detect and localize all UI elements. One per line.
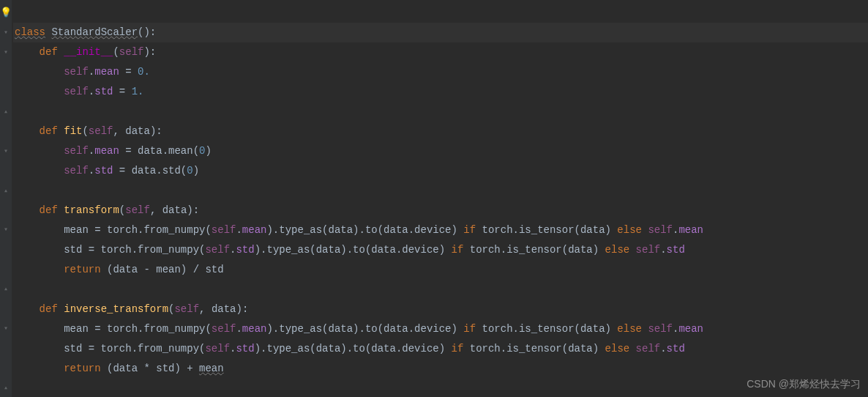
code-token: . (89, 145, 94, 157)
code-area[interactable]: class StandardScaler(): def __init__(sel… (12, 0, 868, 397)
code-line[interactable]: return (data * std) + mean (13, 359, 868, 379)
code-token: if (463, 224, 476, 236)
code-token (629, 244, 635, 256)
code-line[interactable]: def inverse_transform(self, data): (13, 300, 868, 319)
code-token: (data * std) + (101, 363, 199, 374)
code-line[interactable]: return (data - mean) / std (13, 260, 868, 280)
code-token: if (463, 323, 476, 335)
code-line[interactable]: class StandardScaler(): (13, 23, 868, 42)
fold-up-icon[interactable]: ▴ (1, 180, 11, 200)
code-token: inverse_transform (64, 303, 168, 315)
code-token: 0 (187, 165, 192, 177)
code-token: self (205, 343, 230, 355)
code-token: self (64, 66, 89, 78)
code-token: ).type_as(data).to(data.device) (255, 343, 452, 355)
code-token: self (648, 323, 673, 335)
code-token: mean (242, 323, 267, 335)
bulb-icon[interactable]: 💡 (1, 3, 11, 23)
code-token: . (89, 66, 94, 78)
code-token: ( (82, 125, 88, 137)
code-token: mean (678, 224, 703, 236)
code-token: . (660, 343, 666, 355)
gutter-blank (1, 259, 11, 279)
code-line[interactable]: def __init__(self): (13, 42, 868, 62)
code-token: return (64, 363, 100, 374)
code-token: self (64, 165, 89, 177)
code-line[interactable]: std = torch.from_numpy(self.std).type_as… (13, 339, 868, 359)
fold-up-icon[interactable]: ▴ (1, 102, 11, 122)
code-line[interactable] (13, 102, 868, 122)
code-token: fit (64, 125, 82, 137)
code-token: = (113, 86, 131, 97)
code-token: ) (205, 145, 211, 157)
code-token: else (605, 343, 630, 355)
fold-down-icon[interactable]: ▾ (1, 319, 11, 338)
code-token: , (150, 204, 162, 216)
code-line[interactable]: mean = torch.from_numpy(self.mean).type_… (13, 220, 868, 240)
code-token: self (648, 224, 673, 236)
code-token: self (119, 46, 144, 58)
code-line[interactable] (13, 181, 868, 201)
code-token: def (40, 204, 58, 216)
code-token: 1. (132, 86, 144, 97)
code-token: (): (138, 26, 156, 38)
code-token: ).type_as(data).to(data.device) (255, 244, 452, 256)
code-token (629, 343, 635, 355)
code-token: torch.is_tensor(data) (476, 224, 617, 236)
code-line[interactable]: std = torch.from_numpy(self.std).type_as… (13, 240, 868, 260)
code-token: self (636, 343, 661, 355)
code-token: ): (143, 46, 156, 58)
gutter-blank (1, 160, 11, 180)
code-token: ).type_as(data).to(data.device) (266, 323, 463, 335)
gutter-blank (1, 62, 11, 82)
gutter-blank (1, 357, 11, 377)
code-token: std = torch.from_numpy( (15, 343, 205, 355)
code-token: . (660, 244, 666, 256)
code-token: self (125, 204, 150, 216)
code-line[interactable]: def fit(self, data): (13, 122, 868, 141)
code-line[interactable] (13, 3, 868, 23)
code-token: (data - mean) / std (101, 264, 224, 275)
fold-down-icon[interactable]: ▾ (1, 220, 11, 240)
code-token (58, 125, 64, 137)
code-token (58, 204, 64, 216)
code-token: . (89, 86, 94, 97)
fold-down-icon[interactable]: ▾ (1, 141, 11, 160)
gutter-blank (1, 200, 11, 220)
code-line[interactable] (13, 379, 868, 397)
code-token: std (94, 165, 113, 177)
code-token: ( (113, 46, 119, 58)
code-line[interactable]: self.std = 1. (13, 82, 868, 102)
code-token: mean = torch.from_numpy( (15, 224, 212, 236)
code-line[interactable]: self.mean = 0. (13, 62, 868, 82)
code-line[interactable]: self.std = data.std(0) (13, 161, 868, 181)
code-line[interactable]: def transform(self, data): (13, 201, 868, 220)
code-token (15, 66, 64, 78)
code-token: data (162, 204, 187, 216)
fold-down-icon[interactable]: ▾ (1, 23, 11, 42)
code-token: self (212, 224, 236, 236)
code-token: else (605, 244, 630, 256)
code-token: self (174, 303, 199, 315)
code-token: . (236, 224, 242, 236)
code-line[interactable]: mean = torch.from_numpy(self.mean).type_… (13, 319, 868, 339)
code-token (15, 145, 64, 157)
gutter-blank (1, 338, 11, 357)
code-token (15, 165, 64, 177)
code-token (15, 204, 40, 216)
code-token: , (199, 303, 212, 315)
code-line[interactable] (13, 280, 868, 300)
code-editor[interactable]: 💡▾▾▴▾▴▾▴▾▴ class StandardScaler(): def _… (0, 0, 868, 397)
fold-up-icon[interactable]: ▴ (1, 377, 11, 397)
fold-up-icon[interactable]: ▴ (1, 279, 11, 299)
code-token: ) (193, 165, 199, 177)
fold-down-icon[interactable]: ▾ (1, 42, 11, 62)
code-line[interactable]: self.mean = data.mean(0) (13, 141, 868, 161)
code-token (15, 46, 40, 58)
code-token: if (452, 343, 464, 355)
code-token: self (64, 86, 89, 97)
code-token: def (40, 46, 58, 58)
code-token: class (15, 26, 45, 38)
code-token: , (113, 125, 125, 137)
code-token: def (40, 125, 58, 137)
